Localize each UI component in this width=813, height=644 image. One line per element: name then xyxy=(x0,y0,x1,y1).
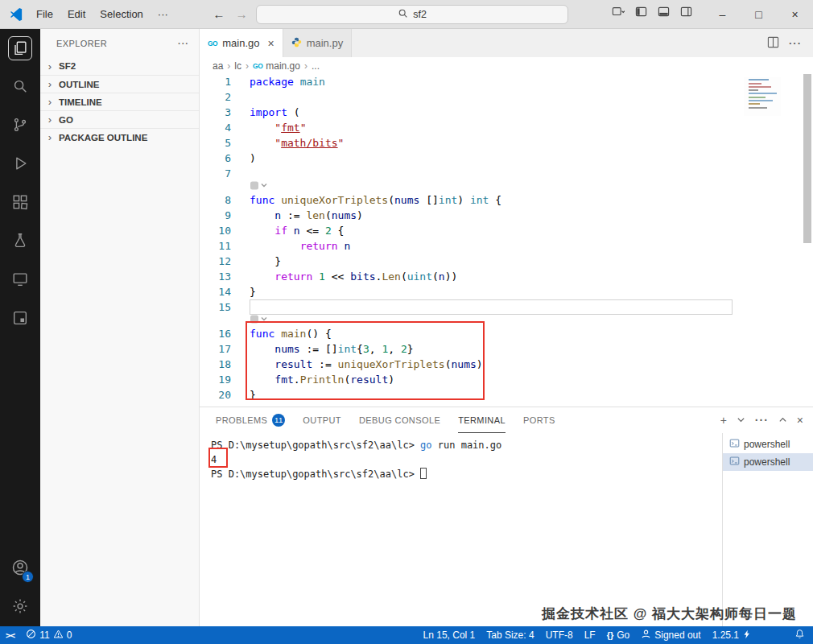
code-line[interactable]: func uniqueXorTriplets(nums []int) int { xyxy=(250,192,768,208)
panel-tab-terminal[interactable]: TERMINAL xyxy=(458,407,506,433)
account-status[interactable]: Signed out xyxy=(635,626,706,644)
terminal-dropdown-icon[interactable] xyxy=(737,414,745,427)
line-number[interactable]: 11 xyxy=(200,238,250,254)
panel-more-actions-icon[interactable]: ··· xyxy=(755,414,769,427)
code-line[interactable]: } xyxy=(250,254,768,269)
panel-tab-debug-console[interactable]: DEBUG CONSOLE xyxy=(359,407,440,433)
activity-run-debug[interactable] xyxy=(0,145,40,184)
maximize-button[interactable]: □ xyxy=(741,0,777,29)
remote-indicator[interactable]: >< xyxy=(0,626,20,644)
activity-search[interactable] xyxy=(0,68,40,106)
line-number[interactable]: 12 xyxy=(200,254,250,269)
code-line[interactable]: n := len(nums) xyxy=(250,208,768,223)
line-number[interactable]: 7 xyxy=(200,166,250,181)
problems-status[interactable]: 11 0 xyxy=(20,626,77,644)
close-icon[interactable]: × xyxy=(267,37,274,50)
go-version-status[interactable]: 1.25.1 xyxy=(707,626,757,644)
editor-scrollbar[interactable] xyxy=(803,74,811,243)
minimize-button[interactable]: – xyxy=(704,0,741,29)
tab-main.py[interactable]: main.py xyxy=(283,29,353,57)
close-window-button[interactable]: × xyxy=(777,0,813,29)
line-number[interactable]: 13 xyxy=(200,269,250,284)
activity-explorer[interactable] xyxy=(0,29,40,68)
line-number[interactable]: 19 xyxy=(200,372,250,387)
line-number[interactable]: 10 xyxy=(200,223,250,238)
forward-arrow-icon[interactable]: → xyxy=(232,6,251,23)
encoding-status[interactable]: UTF-8 xyxy=(540,626,579,644)
activity-testing[interactable] xyxy=(0,222,40,261)
toggle-secondary-sidebar-icon[interactable] xyxy=(680,6,692,20)
line-number[interactable]: 20 xyxy=(200,387,250,402)
sidebar-section-package-outline[interactable]: ›PACKAGE OUTLINE xyxy=(40,128,199,146)
toggle-sidebar-icon[interactable] xyxy=(635,6,647,20)
code-line[interactable]: "fmt" xyxy=(250,120,768,135)
sidebar-section-timeline[interactable]: ›TIMELINE xyxy=(40,93,199,110)
panel-tab-output[interactable]: OUTPUT xyxy=(303,407,341,433)
indentation-status[interactable]: Tab Size: 4 xyxy=(481,626,539,644)
activity-accounts[interactable]: 1 xyxy=(0,549,40,588)
maximize-panel-icon[interactable] xyxy=(778,414,787,427)
code-line[interactable]: package main xyxy=(250,74,768,89)
editor-gutter[interactable]: 1234567891011121314151617181920 xyxy=(200,74,250,402)
activity-settings[interactable] xyxy=(0,588,40,626)
line-number[interactable]: 9 xyxy=(200,208,250,223)
line-number[interactable]: 14 xyxy=(200,284,250,299)
line-number[interactable]: 18 xyxy=(200,357,250,372)
back-arrow-icon[interactable]: ← xyxy=(209,6,229,23)
line-number[interactable]: 3 xyxy=(200,105,250,120)
code-line[interactable]: ) xyxy=(250,151,768,166)
tab-main.go[interactable]: GOmain.go× xyxy=(200,29,283,57)
editor-more-actions-icon[interactable]: ··· xyxy=(789,37,802,49)
minimap[interactable] xyxy=(744,77,781,116)
search-input[interactable]: sf2 xyxy=(256,5,568,24)
activity-source-control[interactable] xyxy=(0,106,40,145)
breadcrumb-item[interactable]: aa xyxy=(213,60,223,72)
menu-more[interactable]: ··· xyxy=(151,4,175,25)
close-panel-icon[interactable]: × xyxy=(797,414,803,427)
line-number[interactable] xyxy=(200,181,250,192)
code-editor[interactable]: 1234567891011121314151617181920 package … xyxy=(200,74,813,407)
code-line[interactable]: "math/bits" xyxy=(250,135,768,151)
activity-extensions[interactable] xyxy=(0,184,40,222)
breadcrumb-item[interactable]: lc xyxy=(234,60,241,72)
toggle-panel-icon[interactable] xyxy=(658,6,670,20)
line-number[interactable]: 15 xyxy=(200,299,250,315)
breadcrumb-item[interactable]: ... xyxy=(312,60,320,72)
code-line[interactable] xyxy=(250,89,768,105)
line-number[interactable]: 17 xyxy=(200,341,250,357)
line-number[interactable]: 16 xyxy=(200,326,250,341)
sidebar-section-sf2[interactable]: ›SF2 xyxy=(40,57,199,75)
terminal[interactable]: PS D:\mysetup\gopath\src\sf2\aa\lc> go r… xyxy=(200,433,722,627)
notifications-bell[interactable] xyxy=(789,626,813,644)
code-line[interactable] xyxy=(250,166,768,181)
code-line[interactable] xyxy=(250,299,733,315)
line-number[interactable]: 6 xyxy=(200,151,250,166)
code-line[interactable]: if n <= 2 { xyxy=(250,223,768,238)
more-actions-icon[interactable]: ··· xyxy=(178,39,189,48)
code-line[interactable]: return n xyxy=(250,238,768,254)
language-mode[interactable]: {} Go xyxy=(601,626,636,644)
eol-status[interactable]: LF xyxy=(579,626,601,644)
line-number[interactable]: 4 xyxy=(200,120,250,135)
sidebar-section-outline[interactable]: ›OUTLINE xyxy=(40,75,199,93)
breadcrumb-item[interactable]: GOmain.go xyxy=(253,60,300,72)
code-line[interactable]: import ( xyxy=(250,105,768,120)
line-number[interactable]: 1 xyxy=(200,74,250,89)
code-line[interactable]: return 1 << bits.Len(uint(n)) xyxy=(250,269,768,284)
new-terminal-icon[interactable]: + xyxy=(720,414,727,427)
sidebar-section-go[interactable]: ›GO xyxy=(40,110,199,128)
terminal-list-item[interactable]: powershell xyxy=(723,453,813,471)
code-line[interactable] xyxy=(250,181,768,192)
cursor-position[interactable]: Ln 15, Col 1 xyxy=(418,626,481,644)
run-test-decoration-icon[interactable] xyxy=(250,181,269,190)
terminal-list-item[interactable]: powershell xyxy=(723,436,813,453)
panel-tab-problems[interactable]: PROBLEMS11 xyxy=(216,407,285,433)
activity-remote-explorer[interactable] xyxy=(0,261,40,299)
split-editor-icon[interactable] xyxy=(767,36,779,51)
menu-file[interactable]: File xyxy=(29,4,60,25)
activity-custom-extension[interactable] xyxy=(0,299,40,338)
line-number[interactable] xyxy=(200,315,250,326)
panel-tab-ports[interactable]: PORTS xyxy=(523,407,555,433)
line-number[interactable]: 2 xyxy=(200,89,250,105)
layout-dropdown-icon[interactable] xyxy=(612,6,625,20)
